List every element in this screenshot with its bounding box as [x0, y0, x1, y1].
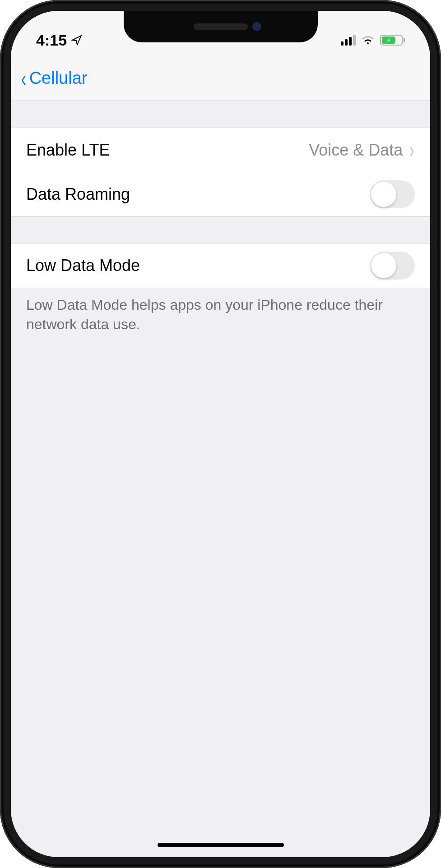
chevron-right-icon: › [410, 137, 414, 164]
phone-frame: 4:15 [0, 0, 441, 868]
wifi-icon [361, 35, 375, 45]
battery-charging-icon: ⚡︎ [380, 35, 405, 46]
low-data-mode-cell: Low Data Mode [11, 243, 430, 288]
navigation-bar: ‹ Cellular [11, 56, 430, 101]
screen: 4:15 [11, 11, 430, 857]
cellular-signal-icon [341, 35, 356, 46]
enable-lte-cell[interactable]: Enable LTE Voice & Data › [11, 128, 430, 172]
section-footer-text: Low Data Mode helps apps on your iPhone … [11, 288, 430, 341]
low-data-mode-switch[interactable] [370, 252, 415, 280]
home-indicator[interactable] [158, 843, 284, 847]
location-services-icon [71, 35, 82, 46]
back-button[interactable]: ‹ Cellular [20, 67, 87, 90]
enable-lte-label: Enable LTE [26, 141, 110, 160]
notch [124, 11, 318, 42]
settings-content: Enable LTE Voice & Data › Data Roaming L… [11, 101, 430, 341]
chevron-left-icon: ‹ [21, 67, 26, 90]
back-button-label: Cellular [29, 69, 88, 88]
data-roaming-cell: Data Roaming [11, 172, 430, 216]
data-roaming-switch[interactable] [370, 180, 415, 208]
enable-lte-value: Voice & Data [309, 141, 403, 160]
data-roaming-label: Data Roaming [26, 185, 130, 204]
low-data-mode-label: Low Data Mode [26, 256, 140, 275]
status-time: 4:15 [36, 32, 67, 49]
